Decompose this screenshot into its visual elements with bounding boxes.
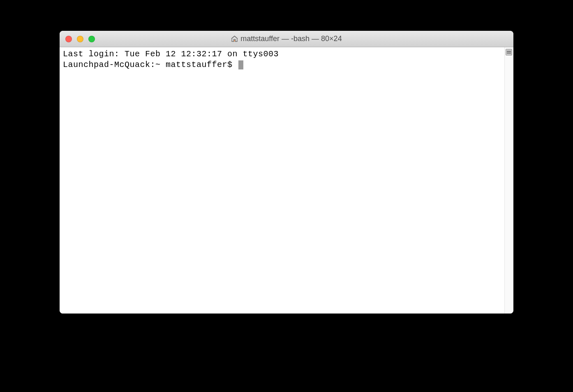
minimize-button[interactable] bbox=[77, 36, 83, 42]
scrollbar[interactable] bbox=[504, 47, 513, 314]
last-login-line: Last login: Tue Feb 12 12:32:17 on ttys0… bbox=[63, 49, 501, 60]
cursor bbox=[238, 60, 243, 69]
terminal-content[interactable]: Last login: Tue Feb 12 12:32:17 on ttys0… bbox=[60, 47, 504, 314]
terminal-window: mattstauffer — -bash — 80×24 Last login:… bbox=[60, 31, 513, 314]
svg-rect-0 bbox=[234, 40, 235, 42]
scrollbar-indicator-icon[interactable] bbox=[506, 49, 512, 55]
window-title: mattstauffer — -bash — 80×24 bbox=[60, 35, 513, 43]
prompt-line: Launchpad-McQuack:~ mattstauffer$ bbox=[63, 60, 501, 70]
terminal-body: Last login: Tue Feb 12 12:32:17 on ttys0… bbox=[60, 47, 513, 314]
maximize-button[interactable] bbox=[88, 36, 95, 42]
home-icon bbox=[231, 35, 238, 42]
window-title-text: mattstauffer — -bash — 80×24 bbox=[240, 35, 342, 43]
traffic-lights bbox=[60, 36, 95, 42]
window-titlebar[interactable]: mattstauffer — -bash — 80×24 bbox=[60, 31, 513, 47]
close-button[interactable] bbox=[65, 36, 72, 42]
prompt-text: Launchpad-McQuack:~ mattstauffer$ bbox=[63, 60, 238, 69]
